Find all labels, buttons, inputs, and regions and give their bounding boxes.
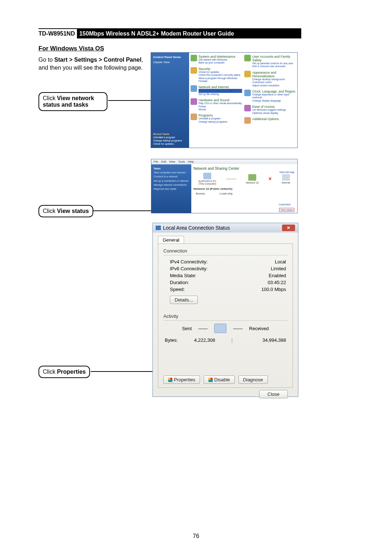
category-icon bbox=[244, 55, 251, 61]
cp-category[interactable]: Appearance and PersonalizationChange des… bbox=[244, 71, 296, 87]
node-network: Network 10 bbox=[246, 174, 258, 184]
category-icon bbox=[191, 98, 197, 105]
category-sublink[interactable]: Set up file sharing bbox=[199, 93, 242, 96]
arrow-3 bbox=[91, 371, 160, 372]
tab-general[interactable]: General bbox=[158, 236, 184, 244]
category-title[interactable]: Additional Options bbox=[252, 117, 296, 121]
network-sharing-screenshot: FileEditViewToolsHelp Tasks View compute… bbox=[151, 159, 298, 213]
details-button[interactable]: Details... bbox=[170, 296, 198, 304]
connection-icon bbox=[156, 226, 161, 230]
category-sublink[interactable]: Adjust screen resolution bbox=[252, 84, 296, 87]
activity-icon bbox=[214, 324, 226, 333]
category-sublink[interactable]: Check for updates bbox=[199, 71, 242, 74]
doc-header: TD-W8951ND 150Mbps Wireless N ADSL2+ Mod… bbox=[38, 28, 301, 38]
intro-text: Go to Start > Settings > Control Panel, … bbox=[38, 56, 144, 71]
cp-category[interactable]: System and MaintenanceGet started with W… bbox=[191, 55, 242, 65]
close-button[interactable]: Close bbox=[259, 390, 288, 398]
close-icon[interactable]: ✕ bbox=[282, 225, 295, 231]
group-activity: Activity bbox=[163, 313, 287, 319]
cp-category[interactable]: Hardware and SoundPlay CDs or other medi… bbox=[191, 98, 242, 111]
recent-task[interactable]: Check for updates bbox=[153, 142, 187, 145]
recent-task[interactable]: Uninstall a program bbox=[153, 136, 187, 139]
network-icon bbox=[248, 174, 256, 181]
callout-view-network-status: Click View network status and tasks bbox=[38, 92, 107, 111]
task-link[interactable]: Diagnose and repair bbox=[154, 187, 189, 191]
category-sublink[interactable]: Uninstall a program bbox=[199, 117, 242, 120]
menu-item[interactable]: View bbox=[169, 160, 175, 163]
category-title[interactable]: Network and Internet bbox=[199, 85, 242, 89]
cp-home-link[interactable]: Control Panel Home bbox=[153, 56, 187, 59]
category-sublink[interactable]: Change desktop background bbox=[252, 78, 296, 81]
category-icon bbox=[244, 105, 251, 111]
callout-view-status: Click View status bbox=[38, 205, 93, 217]
category-sublink[interactable]: Add or remove user accounts bbox=[252, 65, 296, 68]
category-sublink[interactable]: Mouse bbox=[199, 108, 242, 111]
group-connection: Connection bbox=[163, 248, 287, 254]
view-full-map-link[interactable]: View full map bbox=[279, 171, 294, 173]
cp-category[interactable]: Ease of AccessLet Windows suggest settin… bbox=[244, 105, 296, 115]
tasks-heading: Tasks bbox=[154, 167, 189, 171]
category-title[interactable]: Ease of Access bbox=[252, 105, 296, 108]
category-sublink[interactable]: Customize colors bbox=[252, 81, 296, 84]
category-sublink[interactable]: Play CDs or other media automatically bbox=[199, 102, 242, 105]
task-link[interactable]: Manage network connections bbox=[154, 183, 189, 187]
category-title[interactable]: Programs bbox=[199, 114, 242, 117]
category-sublink[interactable]: Change display language bbox=[252, 99, 296, 102]
node-this-pc: SUPPORT4-PC (This computer) bbox=[198, 173, 216, 185]
category-sublink[interactable]: Change startup programs bbox=[199, 120, 242, 123]
cp-classic-view[interactable]: Classic View bbox=[153, 61, 187, 64]
category-icon bbox=[244, 71, 251, 77]
category-icon bbox=[244, 117, 251, 124]
menu-bar: FileEditViewToolsHelp bbox=[151, 159, 297, 164]
cp-category[interactable]: Network and InternetView network status … bbox=[191, 85, 242, 96]
cp-category[interactable]: User Accounts and Family SafetySet up pa… bbox=[244, 55, 296, 68]
globe-icon bbox=[282, 174, 290, 181]
cp-category[interactable]: ProgramsUninstall a programChange startu… bbox=[191, 114, 242, 123]
category-sublink[interactable]: Change keyboards or other input methods bbox=[252, 93, 296, 99]
customize-link[interactable]: Customize bbox=[279, 203, 291, 206]
shield-icon bbox=[208, 378, 213, 382]
doc-title: 150Mbps Wireless N ADSL2+ Modem Router U… bbox=[77, 29, 301, 38]
menu-item[interactable]: Tools bbox=[178, 160, 185, 163]
category-sublink[interactable]: Set up parental controls for any user bbox=[252, 62, 296, 65]
category-icon bbox=[191, 114, 197, 120]
page-number: 76 bbox=[0, 533, 392, 539]
disable-button[interactable]: Disable bbox=[204, 376, 234, 384]
category-icon bbox=[244, 90, 251, 96]
category-sublink[interactable]: Back up your computer bbox=[199, 61, 242, 64]
received-label: Received bbox=[249, 326, 269, 331]
category-sublink[interactable]: Check this computer's security status bbox=[199, 74, 242, 77]
dialog-title: Local Area Connection Status bbox=[163, 225, 230, 231]
category-title[interactable]: Security bbox=[199, 67, 242, 71]
category-sublink[interactable]: Allow a program through Windows Firewall bbox=[199, 77, 242, 83]
menu-item[interactable]: Help bbox=[188, 160, 194, 163]
category-sublink[interactable]: Get started with Windows bbox=[199, 58, 242, 61]
menu-item[interactable]: Edit bbox=[161, 160, 166, 163]
cp-category[interactable]: Clock, Language, and RegionChange keyboa… bbox=[244, 90, 296, 102]
shield-icon bbox=[168, 378, 172, 382]
diagnose-button[interactable]: Diagnose bbox=[238, 376, 268, 384]
category-icon bbox=[191, 85, 197, 92]
task-link[interactable]: Set up a connection or network bbox=[154, 179, 189, 183]
task-link[interactable]: Connect to a network bbox=[154, 175, 189, 178]
category-title[interactable]: System and Maintenance bbox=[199, 55, 242, 58]
task-link[interactable]: View computers and devices bbox=[154, 171, 189, 175]
category-title[interactable]: User Accounts and Family Safety bbox=[252, 55, 296, 62]
view-status-link[interactable]: View status bbox=[279, 208, 294, 212]
properties-button[interactable]: Properties bbox=[163, 376, 200, 384]
category-title[interactable]: Clock, Language, and Region bbox=[252, 90, 296, 93]
menu-item[interactable]: File bbox=[154, 160, 158, 163]
category-sublink[interactable]: Let Windows suggest settings bbox=[252, 108, 296, 111]
category-sublink[interactable]: Printer bbox=[199, 105, 242, 108]
category-sublink[interactable]: Optimize visual display bbox=[252, 112, 296, 115]
ns-heading: Network and Sharing Center bbox=[193, 167, 295, 171]
cp-category[interactable]: Additional Options bbox=[244, 117, 296, 121]
category-title[interactable]: Hardware and Sound bbox=[199, 98, 242, 102]
cp-category[interactable]: SecurityCheck for updatesCheck this comp… bbox=[191, 67, 242, 83]
recent-tasks-heading: Recent Tasks bbox=[153, 132, 187, 136]
category-title[interactable]: Appearance and Personalization bbox=[252, 71, 296, 78]
category-icon bbox=[191, 67, 197, 74]
network-label: Network 10 (Public network) bbox=[193, 187, 232, 190]
recent-task[interactable]: Change startup programs bbox=[153, 139, 187, 142]
category-sublink[interactable]: View network status and tasks bbox=[199, 89, 242, 93]
